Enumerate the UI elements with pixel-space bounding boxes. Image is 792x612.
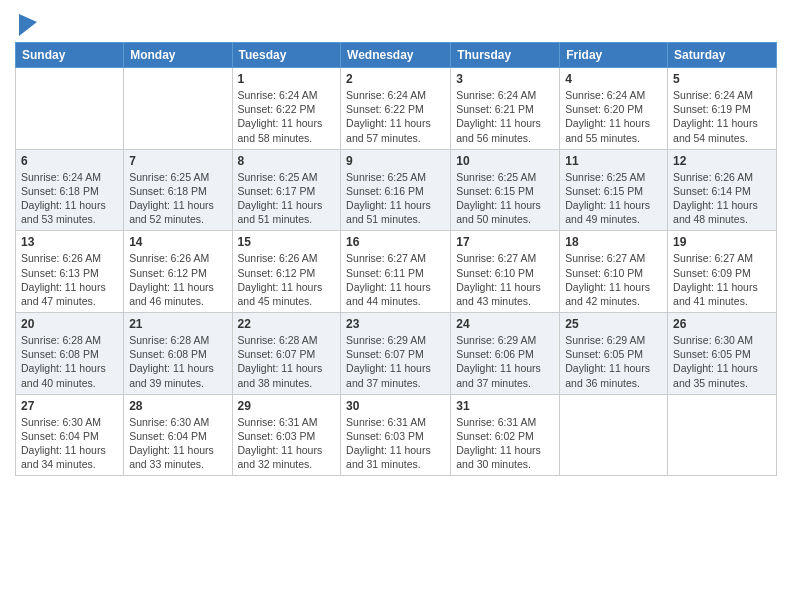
day-number: 5 xyxy=(673,72,771,86)
calendar-cell: 5Sunrise: 6:24 AM Sunset: 6:19 PM Daylig… xyxy=(668,68,777,150)
day-number: 22 xyxy=(238,317,336,331)
logo-icon xyxy=(19,14,37,36)
calendar-cell: 31Sunrise: 6:31 AM Sunset: 6:02 PM Dayli… xyxy=(451,394,560,476)
day-number: 8 xyxy=(238,154,336,168)
calendar-cell: 3Sunrise: 6:24 AM Sunset: 6:21 PM Daylig… xyxy=(451,68,560,150)
day-number: 23 xyxy=(346,317,445,331)
day-number: 3 xyxy=(456,72,554,86)
day-info: Sunrise: 6:26 AM Sunset: 6:12 PM Dayligh… xyxy=(238,251,336,308)
day-number: 31 xyxy=(456,399,554,413)
day-info: Sunrise: 6:24 AM Sunset: 6:21 PM Dayligh… xyxy=(456,88,554,145)
day-info: Sunrise: 6:30 AM Sunset: 6:04 PM Dayligh… xyxy=(129,415,226,472)
calendar-cell: 21Sunrise: 6:28 AM Sunset: 6:08 PM Dayli… xyxy=(124,313,232,395)
day-info: Sunrise: 6:28 AM Sunset: 6:07 PM Dayligh… xyxy=(238,333,336,390)
day-number: 1 xyxy=(238,72,336,86)
day-info: Sunrise: 6:24 AM Sunset: 6:22 PM Dayligh… xyxy=(346,88,445,145)
calendar-cell: 4Sunrise: 6:24 AM Sunset: 6:20 PM Daylig… xyxy=(560,68,668,150)
calendar-cell: 25Sunrise: 6:29 AM Sunset: 6:05 PM Dayli… xyxy=(560,313,668,395)
calendar-cell: 9Sunrise: 6:25 AM Sunset: 6:16 PM Daylig… xyxy=(341,149,451,231)
calendar-cell: 1Sunrise: 6:24 AM Sunset: 6:22 PM Daylig… xyxy=(232,68,341,150)
calendar-cell: 15Sunrise: 6:26 AM Sunset: 6:12 PM Dayli… xyxy=(232,231,341,313)
calendar-cell xyxy=(16,68,124,150)
day-number: 17 xyxy=(456,235,554,249)
calendar-cell: 11Sunrise: 6:25 AM Sunset: 6:15 PM Dayli… xyxy=(560,149,668,231)
calendar-cell: 7Sunrise: 6:25 AM Sunset: 6:18 PM Daylig… xyxy=(124,149,232,231)
calendar-week-row: 20Sunrise: 6:28 AM Sunset: 6:08 PM Dayli… xyxy=(16,313,777,395)
day-info: Sunrise: 6:24 AM Sunset: 6:22 PM Dayligh… xyxy=(238,88,336,145)
calendar-week-row: 1Sunrise: 6:24 AM Sunset: 6:22 PM Daylig… xyxy=(16,68,777,150)
day-info: Sunrise: 6:28 AM Sunset: 6:08 PM Dayligh… xyxy=(21,333,118,390)
calendar-cell: 24Sunrise: 6:29 AM Sunset: 6:06 PM Dayli… xyxy=(451,313,560,395)
day-number: 11 xyxy=(565,154,662,168)
day-number: 19 xyxy=(673,235,771,249)
day-number: 12 xyxy=(673,154,771,168)
day-number: 25 xyxy=(565,317,662,331)
calendar-cell: 19Sunrise: 6:27 AM Sunset: 6:09 PM Dayli… xyxy=(668,231,777,313)
day-info: Sunrise: 6:27 AM Sunset: 6:10 PM Dayligh… xyxy=(456,251,554,308)
header xyxy=(15,10,777,36)
calendar-cell: 18Sunrise: 6:27 AM Sunset: 6:10 PM Dayli… xyxy=(560,231,668,313)
weekday-header-friday: Friday xyxy=(560,43,668,68)
calendar-cell xyxy=(668,394,777,476)
weekday-header-tuesday: Tuesday xyxy=(232,43,341,68)
calendar-cell: 26Sunrise: 6:30 AM Sunset: 6:05 PM Dayli… xyxy=(668,313,777,395)
weekday-header-sunday: Sunday xyxy=(16,43,124,68)
day-info: Sunrise: 6:27 AM Sunset: 6:11 PM Dayligh… xyxy=(346,251,445,308)
calendar-cell: 20Sunrise: 6:28 AM Sunset: 6:08 PM Dayli… xyxy=(16,313,124,395)
day-number: 15 xyxy=(238,235,336,249)
day-number: 13 xyxy=(21,235,118,249)
day-info: Sunrise: 6:25 AM Sunset: 6:16 PM Dayligh… xyxy=(346,170,445,227)
calendar-cell: 16Sunrise: 6:27 AM Sunset: 6:11 PM Dayli… xyxy=(341,231,451,313)
day-info: Sunrise: 6:31 AM Sunset: 6:02 PM Dayligh… xyxy=(456,415,554,472)
day-number: 10 xyxy=(456,154,554,168)
day-info: Sunrise: 6:25 AM Sunset: 6:15 PM Dayligh… xyxy=(456,170,554,227)
day-number: 20 xyxy=(21,317,118,331)
calendar-cell xyxy=(124,68,232,150)
day-number: 27 xyxy=(21,399,118,413)
calendar-week-row: 13Sunrise: 6:26 AM Sunset: 6:13 PM Dayli… xyxy=(16,231,777,313)
day-number: 14 xyxy=(129,235,226,249)
calendar-cell: 30Sunrise: 6:31 AM Sunset: 6:03 PM Dayli… xyxy=(341,394,451,476)
svg-marker-0 xyxy=(19,14,37,36)
day-info: Sunrise: 6:29 AM Sunset: 6:07 PM Dayligh… xyxy=(346,333,445,390)
calendar-cell xyxy=(560,394,668,476)
calendar-cell: 22Sunrise: 6:28 AM Sunset: 6:07 PM Dayli… xyxy=(232,313,341,395)
day-info: Sunrise: 6:30 AM Sunset: 6:05 PM Dayligh… xyxy=(673,333,771,390)
day-info: Sunrise: 6:29 AM Sunset: 6:05 PM Dayligh… xyxy=(565,333,662,390)
day-info: Sunrise: 6:24 AM Sunset: 6:19 PM Dayligh… xyxy=(673,88,771,145)
day-info: Sunrise: 6:27 AM Sunset: 6:09 PM Dayligh… xyxy=(673,251,771,308)
calendar-week-row: 6Sunrise: 6:24 AM Sunset: 6:18 PM Daylig… xyxy=(16,149,777,231)
weekday-header-thursday: Thursday xyxy=(451,43,560,68)
day-number: 29 xyxy=(238,399,336,413)
day-info: Sunrise: 6:27 AM Sunset: 6:10 PM Dayligh… xyxy=(565,251,662,308)
day-number: 2 xyxy=(346,72,445,86)
day-number: 24 xyxy=(456,317,554,331)
weekday-header-saturday: Saturday xyxy=(668,43,777,68)
day-number: 7 xyxy=(129,154,226,168)
calendar-cell: 8Sunrise: 6:25 AM Sunset: 6:17 PM Daylig… xyxy=(232,149,341,231)
calendar-cell: 6Sunrise: 6:24 AM Sunset: 6:18 PM Daylig… xyxy=(16,149,124,231)
day-number: 4 xyxy=(565,72,662,86)
day-info: Sunrise: 6:25 AM Sunset: 6:18 PM Dayligh… xyxy=(129,170,226,227)
day-number: 9 xyxy=(346,154,445,168)
day-info: Sunrise: 6:30 AM Sunset: 6:04 PM Dayligh… xyxy=(21,415,118,472)
day-info: Sunrise: 6:24 AM Sunset: 6:18 PM Dayligh… xyxy=(21,170,118,227)
day-info: Sunrise: 6:26 AM Sunset: 6:12 PM Dayligh… xyxy=(129,251,226,308)
logo xyxy=(15,14,37,36)
calendar-cell: 29Sunrise: 6:31 AM Sunset: 6:03 PM Dayli… xyxy=(232,394,341,476)
day-number: 28 xyxy=(129,399,226,413)
day-info: Sunrise: 6:24 AM Sunset: 6:20 PM Dayligh… xyxy=(565,88,662,145)
day-info: Sunrise: 6:26 AM Sunset: 6:14 PM Dayligh… xyxy=(673,170,771,227)
calendar-cell: 12Sunrise: 6:26 AM Sunset: 6:14 PM Dayli… xyxy=(668,149,777,231)
page: SundayMondayTuesdayWednesdayThursdayFrid… xyxy=(0,0,792,612)
calendar-cell: 17Sunrise: 6:27 AM Sunset: 6:10 PM Dayli… xyxy=(451,231,560,313)
day-info: Sunrise: 6:31 AM Sunset: 6:03 PM Dayligh… xyxy=(346,415,445,472)
calendar-cell: 2Sunrise: 6:24 AM Sunset: 6:22 PM Daylig… xyxy=(341,68,451,150)
weekday-header-wednesday: Wednesday xyxy=(341,43,451,68)
day-info: Sunrise: 6:29 AM Sunset: 6:06 PM Dayligh… xyxy=(456,333,554,390)
weekday-header-monday: Monday xyxy=(124,43,232,68)
day-number: 18 xyxy=(565,235,662,249)
day-number: 21 xyxy=(129,317,226,331)
calendar-cell: 14Sunrise: 6:26 AM Sunset: 6:12 PM Dayli… xyxy=(124,231,232,313)
calendar-cell: 27Sunrise: 6:30 AM Sunset: 6:04 PM Dayli… xyxy=(16,394,124,476)
